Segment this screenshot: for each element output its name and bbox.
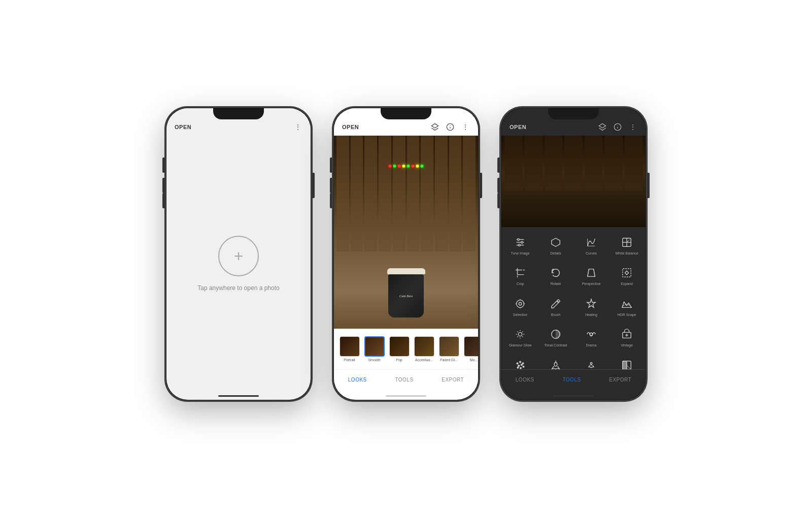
look-faded[interactable]: Faded Gl... (437, 336, 460, 362)
svg-line-20 (588, 269, 589, 277)
empty-state[interactable]: + Tap anywhere to open a photo (166, 136, 311, 392)
tool-drama[interactable]: Drama (574, 323, 608, 352)
home-indicator-1 (166, 392, 311, 400)
home-indicator-3 (501, 392, 646, 400)
tool-label-hdr: HDR Scape (618, 313, 636, 317)
phone-2: OPEN (332, 107, 480, 401)
nav-looks-3[interactable]: LOOKS (516, 377, 534, 383)
notch-1 (213, 108, 264, 119)
home-indicator-2 (334, 392, 478, 400)
tool-label-selective: Selective (513, 313, 527, 317)
svg-point-51 (554, 362, 557, 366)
svg-point-29 (518, 333, 522, 336)
svg-point-13 (518, 244, 520, 246)
look-label-faded: Faded Gl... (440, 358, 458, 362)
svg-point-50 (523, 366, 524, 367)
bottom-nav-2: LOOKS TOOLS EXPORT (334, 369, 478, 392)
svg-line-37 (522, 332, 523, 332)
nav-export-3[interactable]: EXPORT (609, 377, 631, 383)
look-accentuate[interactable]: Accentua... (413, 336, 435, 362)
info-icon-2[interactable] (446, 122, 455, 132)
svg-rect-55 (623, 361, 627, 369)
look-label-pop: Pop (396, 358, 402, 362)
tool-selective[interactable]: Selective (503, 293, 537, 321)
neon-sign (389, 165, 424, 168)
look-smooth[interactable]: Smooth (363, 336, 386, 362)
tool-white-balance[interactable]: White Balance (610, 231, 644, 260)
tool-retrolux[interactable]: Retrolux (539, 354, 572, 369)
menu-icon-3[interactable]: ⋮ (628, 122, 637, 132)
svg-point-24 (519, 302, 522, 305)
notch-3 (548, 108, 599, 119)
tool-vintage[interactable]: Vintage (610, 323, 644, 352)
cup-lid (387, 268, 425, 274)
tool-tonal-contrast[interactable]: Tonal Contrast (539, 323, 572, 352)
cafe-image: Café Béni (334, 136, 478, 329)
svg-point-45 (522, 363, 524, 364)
tool-label-drama: Drama (586, 343, 596, 347)
coffee-cup: Café Béni (386, 268, 426, 319)
tool-healing[interactable]: Healing (574, 293, 608, 321)
svg-line-35 (522, 336, 523, 337)
svg-line-34 (518, 332, 518, 332)
svg-marker-4 (599, 123, 605, 128)
look-more[interactable]: Mo... (462, 336, 478, 362)
layers-icon-3[interactable] (598, 122, 607, 132)
open-button-3[interactable]: OPEN (510, 124, 526, 130)
tool-label-curves: Curves (586, 251, 597, 256)
nav-tools-3[interactable]: TOOLS (562, 377, 581, 383)
info-icon-3[interactable] (613, 122, 622, 132)
tool-details[interactable]: Details (539, 231, 572, 260)
svg-rect-22 (623, 269, 631, 277)
tool-perspective[interactable]: Perspective (574, 262, 608, 290)
tool-label-perspective: Perspective (582, 282, 601, 286)
cup-label: Café Béni (393, 295, 419, 298)
tool-label-healing: Healing (585, 313, 597, 317)
svg-line-21 (594, 269, 595, 277)
look-pop[interactable]: Pop (388, 336, 411, 362)
home-bar-1 (218, 395, 259, 397)
open-button-2[interactable]: OPEN (342, 124, 359, 130)
tool-grainy-film[interactable]: Grainy Film (503, 354, 537, 369)
tool-label-tune: Tune Image (511, 251, 529, 256)
tool-label-brush: Brush (551, 313, 560, 317)
svg-point-47 (521, 364, 522, 365)
tool-label-crop: Crop (516, 282, 524, 286)
menu-icon-1[interactable]: ⋮ (293, 122, 302, 132)
nav-tools-2[interactable]: TOOLS (395, 377, 413, 383)
tool-expand[interactable]: Expand (610, 262, 644, 290)
cup-body: Café Béni (388, 274, 424, 318)
tool-label-wb: White Balance (615, 251, 638, 256)
svg-point-43 (517, 363, 518, 364)
tool-crop[interactable]: Crop (503, 262, 537, 290)
tool-tune-image[interactable]: Tune Image (503, 231, 537, 260)
svg-line-36 (518, 336, 518, 337)
tool-bw[interactable]: Black & White (610, 354, 644, 369)
tool-grunge[interactable]: Grunge (574, 354, 608, 369)
svg-point-53 (590, 362, 592, 364)
svg-point-46 (518, 365, 520, 366)
tool-brush[interactable]: Brush (539, 293, 572, 321)
svg-point-12 (521, 241, 523, 243)
add-photo-button[interactable]: + (218, 236, 259, 276)
svg-point-11 (518, 239, 520, 241)
tool-hdr-scape[interactable]: HDR Scape (610, 293, 644, 321)
ceiling-image (501, 136, 646, 227)
tool-label-details: Details (550, 251, 561, 256)
tool-glamour-glow[interactable]: Glamour Glow (503, 323, 537, 352)
nav-looks-2[interactable]: LOOKS (348, 377, 367, 383)
open-button-1[interactable]: OPEN (175, 124, 191, 130)
phone-3: OPEN ⋮ (500, 107, 647, 401)
layers-icon[interactable] (430, 122, 439, 132)
svg-point-48 (517, 367, 519, 368)
nav-export-2[interactable]: EXPORT (442, 377, 464, 383)
menu-icon-2[interactable]: ⋮ (461, 122, 470, 132)
look-portrait[interactable]: Portrait (338, 336, 361, 362)
tool-curves[interactable]: Curves (574, 231, 608, 260)
tool-rotate[interactable]: Rotate (539, 262, 572, 290)
bottom-nav-3: LOOKS TOOLS EXPORT (501, 369, 646, 392)
svg-point-39 (590, 333, 593, 336)
photo-preview-3 (501, 136, 646, 227)
tap-hint: Tap anywhere to open a photo (197, 284, 279, 292)
tool-label-rotate: Rotate (551, 282, 561, 286)
